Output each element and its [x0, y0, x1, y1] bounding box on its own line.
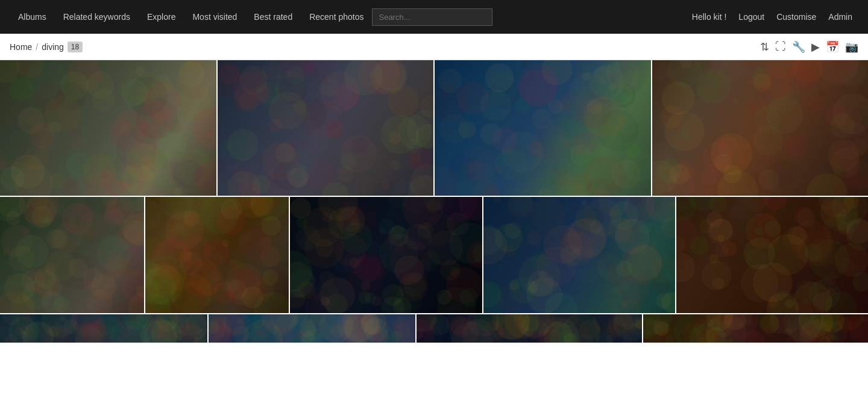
sort-icon[interactable]: ⇅ [760, 40, 769, 54]
photo-count-badge: 18 [68, 42, 83, 52]
photo-cell-1-1[interactable] [0, 60, 216, 196]
photo-cell-3-2[interactable] [209, 314, 416, 343]
nav-item-best-rated[interactable]: Best rated [245, 0, 301, 34]
photo-cell-2-5[interactable] [676, 197, 868, 313]
breadcrumb-separator: / [36, 42, 38, 52]
calendar-icon[interactable]: 📅 [826, 40, 839, 54]
breadcrumb: Home / diving 18 [10, 42, 83, 52]
play-icon[interactable]: ▶ [811, 40, 820, 54]
photo-grid [0, 60, 868, 343]
toolbar-right: ⇅ ⛶ 🔧 ▶ 📅 📷 [760, 40, 858, 54]
fullscreen-icon[interactable]: ⛶ [775, 40, 786, 53]
admin-button[interactable]: Admin [822, 0, 858, 34]
photo-cell-2-1[interactable] [0, 197, 144, 313]
nav-item-albums[interactable]: Albums [10, 0, 55, 34]
photo-cell-2-3[interactable] [290, 197, 482, 313]
photo-cell-3-4[interactable] [643, 314, 868, 343]
breadcrumb-home[interactable]: Home [10, 42, 32, 52]
photo-row-3 [0, 314, 868, 343]
main-nav: Albums Related keywords Explore Most vis… [0, 0, 868, 34]
nav-right: Hello kit ! Logout Customise Admin [686, 0, 858, 34]
nav-item-recent-photos[interactable]: Recent photos [301, 0, 372, 34]
customise-button[interactable]: Customise [770, 0, 822, 34]
settings-icon[interactable]: 🔧 [792, 40, 805, 54]
nav-item-explore[interactable]: Explore [139, 0, 184, 34]
search-input[interactable] [372, 8, 492, 26]
photo-cell-3-1[interactable] [0, 314, 207, 343]
hello-user-label: Hello kit ! [686, 0, 733, 34]
breadcrumb-bar: Home / diving 18 ⇅ ⛶ 🔧 ▶ 📅 📷 [0, 34, 868, 60]
photo-cell-2-4[interactable] [483, 197, 675, 313]
nav-left: Albums Related keywords Explore Most vis… [10, 0, 674, 34]
photo-row-2 [0, 197, 868, 313]
photo-cell-3-3[interactable] [417, 314, 641, 343]
nav-item-most-visited[interactable]: Most visited [184, 0, 245, 34]
breadcrumb-current: diving [42, 42, 64, 52]
logout-button[interactable]: Logout [732, 0, 770, 34]
photo-cell-2-2[interactable] [145, 197, 289, 313]
photo-row-1 [0, 60, 868, 196]
photo-cell-1-4[interactable] [652, 60, 869, 196]
camera-icon[interactable]: 📷 [845, 40, 858, 54]
photo-cell-1-3[interactable] [435, 60, 651, 196]
photo-cell-1-2[interactable] [218, 60, 434, 196]
nav-item-related-keywords[interactable]: Related keywords [55, 0, 139, 34]
